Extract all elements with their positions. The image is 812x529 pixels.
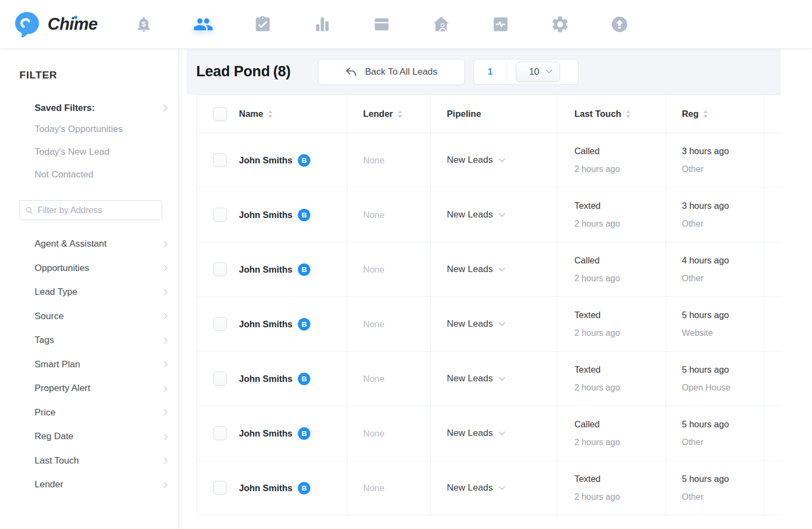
lead-name[interactable]: John Smiths	[239, 264, 292, 275]
reg-cell: 5 hours ago Other	[666, 461, 764, 515]
header-cell-reg[interactable]: Reg	[666, 95, 764, 133]
reports-bar-chart-icon[interactable]	[310, 12, 334, 36]
filter-category-label: Opportunities	[35, 263, 89, 274]
last-touch-action: Texted	[574, 360, 601, 379]
saved-filter-item[interactable]: Today's Opportunities	[35, 118, 178, 141]
sort-icon[interactable]	[397, 110, 403, 118]
address-filter-input[interactable]	[38, 206, 156, 215]
overflow-cell	[764, 242, 781, 296]
lender-cell: None	[348, 297, 431, 351]
reg-source: Other	[682, 160, 703, 178]
lead-name[interactable]: John Smiths	[239, 374, 292, 384]
reg-time: 5 hours ago	[682, 415, 729, 433]
websites-browser-window-icon[interactable]	[370, 12, 394, 36]
row-checkbox[interactable]	[213, 481, 227, 495]
buyer-badge: B	[298, 263, 310, 276]
sort-icon[interactable]	[703, 110, 708, 118]
lead-name[interactable]: John Smiths	[239, 210, 292, 220]
column-label: Last Touch	[574, 109, 621, 119]
chevron-right-icon	[162, 104, 169, 113]
column-label: Pipeline	[447, 109, 481, 119]
row-checkbox[interactable]	[213, 153, 227, 167]
filter-category-label: Lead Type	[35, 287, 77, 297]
activity-pulse-icon[interactable]	[489, 12, 513, 36]
page-number[interactable]: 1	[474, 67, 507, 77]
row-checkbox[interactable]	[213, 372, 227, 386]
row-checkbox[interactable]	[213, 426, 227, 440]
filter-category-item[interactable]: Opportunities	[35, 256, 169, 281]
billing-bell-dollar-icon[interactable]: $	[132, 12, 156, 36]
saved-filter-item[interactable]: Today's New Lead	[35, 141, 178, 163]
last-touch-time: 2 hours ago	[574, 488, 620, 506]
filter-category-item[interactable]: Agent & Assistant	[35, 232, 169, 256]
filter-category-item[interactable]: Property Alert	[35, 376, 169, 401]
lender-cell: None	[348, 188, 431, 242]
chevron-down-icon	[498, 486, 505, 491]
last-touch-action: Called	[574, 415, 600, 433]
pipeline-value: New Leads	[447, 319, 493, 329]
page-size-select[interactable]: 10	[516, 62, 560, 82]
overflow-cell	[764, 188, 781, 242]
last-touch-cell: Called 2 hours ago	[557, 242, 666, 296]
reg-source: Other	[682, 488, 703, 506]
leads-people-icon[interactable]	[191, 12, 215, 36]
filter-category-item[interactable]: Last Touch	[35, 449, 169, 473]
table-row: John Smiths B None New Leads Texted 2	[197, 188, 781, 242]
saved-filters-list: Today's Opportunities Today's New Lead N…	[35, 118, 178, 186]
page-title: Lead Pond(8)	[196, 63, 291, 80]
pipeline-cell[interactable]: New Leads	[431, 352, 558, 406]
saved-filters-toggle[interactable]: Saved Filters:	[35, 103, 169, 114]
chevron-right-icon	[163, 433, 169, 441]
last-touch-action: Called	[574, 251, 600, 269]
sort-icon[interactable]	[268, 110, 273, 118]
chevron-right-icon	[163, 360, 169, 368]
reg-time: 5 hours ago	[682, 470, 729, 488]
logo-text: Chime	[48, 15, 97, 34]
row-checkbox[interactable]	[213, 208, 227, 222]
header-cell-name[interactable]: Name	[197, 95, 348, 133]
pipeline-cell[interactable]: New Leads	[431, 297, 558, 351]
sort-icon[interactable]	[625, 110, 631, 118]
filter-category-item[interactable]: Smart Plan	[35, 353, 169, 377]
back-arrow-icon	[345, 67, 357, 77]
header-cell-lender[interactable]: Lender	[348, 95, 431, 133]
lender-value: None	[363, 483, 384, 493]
lead-name[interactable]: John Smiths	[239, 483, 292, 493]
chevron-right-icon	[163, 312, 169, 320]
filter-category-item[interactable]: Source	[35, 305, 169, 329]
upload-circle-arrow-icon[interactable]	[608, 12, 631, 36]
table-row: John Smiths B None New Leads Texted 2	[197, 297, 781, 352]
select-all-checkbox[interactable]	[213, 107, 227, 121]
filter-category-item[interactable]: Tags	[35, 328, 169, 353]
filter-category-item[interactable]: Lead Type	[35, 280, 169, 305]
back-to-all-leads-button[interactable]: Back To All Leads	[318, 59, 465, 85]
chime-logo-icon	[13, 10, 41, 38]
saved-filter-item[interactable]: Not Contacted	[35, 163, 178, 186]
row-checkbox[interactable]	[213, 262, 227, 276]
table-row: John Smiths B None New Leads Texted 2	[197, 461, 781, 515]
last-touch-cell: Texted 2 hours ago	[557, 188, 666, 242]
chime-logo[interactable]: Chime	[13, 10, 97, 38]
lead-name[interactable]: John Smiths	[239, 155, 292, 166]
main-content: Lead Pond(8) Back To All Leads 1 10	[179, 49, 812, 529]
filter-category-label: Lender	[35, 479, 63, 490]
pipeline-cell[interactable]: New Leads	[431, 406, 558, 460]
pipeline-cell[interactable]: New Leads	[431, 461, 558, 515]
pipeline-value: New Leads	[447, 264, 493, 275]
lead-name[interactable]: John Smiths	[239, 428, 292, 439]
filter-category-item[interactable]: Lender	[35, 473, 169, 497]
pipeline-cell[interactable]: New Leads	[431, 133, 558, 187]
tasks-clipboard-check-icon[interactable]	[251, 12, 275, 36]
lead-name[interactable]: John Smiths	[239, 319, 292, 329]
lender-value: None	[363, 210, 384, 220]
filter-category-item[interactable]: Price	[35, 401, 169, 425]
overflow-cell	[764, 461, 781, 515]
row-checkbox[interactable]	[213, 317, 227, 331]
pipeline-cell[interactable]: New Leads	[431, 242, 558, 296]
pipeline-cell[interactable]: New Leads	[431, 188, 558, 242]
filter-category-item[interactable]: Reg Date	[35, 425, 169, 449]
header-cell-last-touch[interactable]: Last Touch	[557, 95, 666, 133]
settings-gear-icon[interactable]	[548, 12, 572, 36]
lender-value: None	[363, 319, 384, 329]
open-house-person-icon[interactable]	[429, 12, 453, 36]
